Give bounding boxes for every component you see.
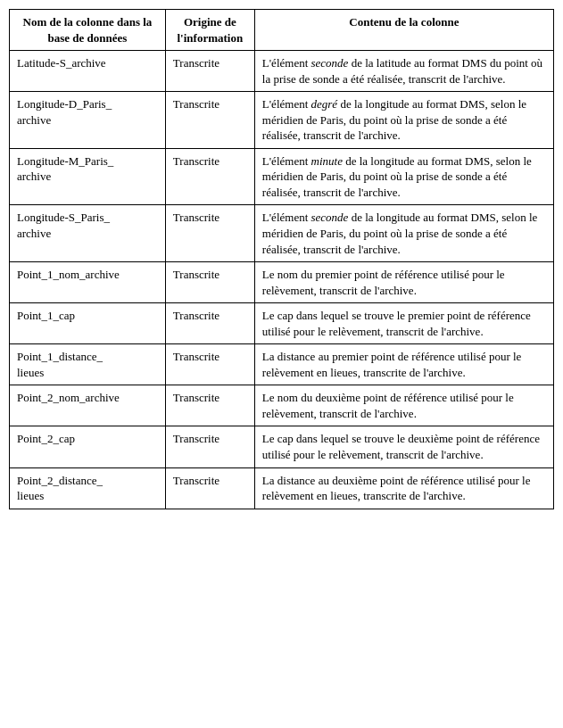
cell-content: La distance au premier point de référenc… (254, 344, 553, 385)
cell-origin: Transcrite (165, 344, 254, 385)
cell-content: L'élément minute de la longitude au form… (254, 148, 553, 205)
cell-origin: Transcrite (165, 303, 254, 344)
cell-name: Longitude-M_Paris_archive (10, 148, 166, 205)
cell-name: Latitude-S_archive (10, 51, 166, 92)
header-col-origin: Origine de l'information (165, 10, 254, 51)
cell-content: Le nom du deuxième point de référence ut… (254, 385, 553, 426)
cell-origin: Transcrite (165, 148, 254, 205)
cell-content: Le cap dans lequel se trouve le premier … (254, 303, 553, 344)
cell-name: Point_2_nom_archive (10, 385, 166, 426)
cell-origin: Transcrite (165, 426, 254, 467)
header-col-name: Nom de la colonne dans la base de donnée… (10, 10, 166, 51)
table-row: Point_1_distance_lieuesTranscriteLa dist… (10, 344, 554, 385)
cell-name: Point_1_cap (10, 303, 166, 344)
table-row: Point_2_capTranscriteLe cap dans lequel … (10, 426, 554, 467)
cell-origin: Transcrite (165, 205, 254, 262)
cell-origin: Transcrite (165, 385, 254, 426)
table-row: Point_1_nom_archiveTranscriteLe nom du p… (10, 262, 554, 303)
table-row: Longitude-D_Paris_archiveTranscriteL'élé… (10, 92, 554, 149)
cell-content: L'élément seconde de la longitude au for… (254, 205, 553, 262)
cell-name: Point_1_nom_archive (10, 262, 166, 303)
cell-content: Le nom du premier point de référence uti… (254, 262, 553, 303)
cell-content: Le cap dans lequel se trouve le deuxième… (254, 426, 553, 467)
table-row: Longitude-S_Paris_archiveTranscriteL'élé… (10, 205, 554, 262)
cell-name: Point_2_distance_lieues (10, 467, 166, 509)
cell-content: L'élément degré de la longitude au forma… (254, 92, 553, 149)
table-row: Point_2_distance_lieuesTranscriteLa dist… (10, 467, 554, 509)
header-col-content: Contenu de la colonne (254, 10, 553, 51)
cell-content: L'élément seconde de la latitude au form… (254, 51, 553, 92)
cell-name: Point_2_cap (10, 426, 166, 467)
table-row: Point_1_capTranscriteLe cap dans lequel … (10, 303, 554, 344)
cell-name: Longitude-D_Paris_archive (10, 92, 166, 149)
cell-origin: Transcrite (165, 262, 254, 303)
cell-name: Point_1_distance_lieues (10, 344, 166, 385)
cell-origin: Transcrite (165, 467, 254, 509)
data-table: Nom de la colonne dans la base de donnée… (9, 9, 554, 509)
cell-name: Longitude-S_Paris_archive (10, 205, 166, 262)
table-row: Longitude-M_Paris_archiveTranscriteL'élé… (10, 148, 554, 205)
cell-origin: Transcrite (165, 51, 254, 92)
table-row: Point_2_nom_archiveTranscriteLe nom du d… (10, 385, 554, 426)
cell-origin: Transcrite (165, 92, 254, 149)
cell-content: La distance au deuxième point de référen… (254, 467, 553, 509)
table-row: Latitude-S_archiveTranscriteL'élément se… (10, 51, 554, 92)
